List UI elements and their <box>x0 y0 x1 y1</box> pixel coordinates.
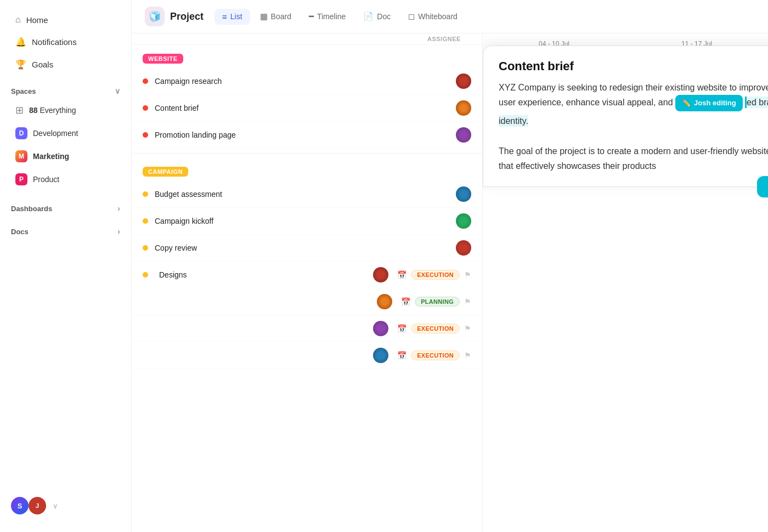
campaign-badge[interactable]: CAMPAIGN <box>143 167 188 177</box>
docs-label: Docs <box>11 228 29 236</box>
docs-overlay: Content brief XYZ Company is seeking to … <box>483 46 768 187</box>
task-row-kickoff[interactable]: Campaign kickoff <box>132 208 482 235</box>
task-row-campaign-research[interactable]: Campaign research <box>132 68 482 95</box>
sidebar-label-marketing: Marketing <box>33 152 69 161</box>
tab-list-label: List <box>230 12 242 21</box>
indicator-red-2 <box>143 105 148 111</box>
sidebar-label-product: Product <box>33 175 59 184</box>
tab-doc[interactable]: 📄 Doc <box>355 8 398 25</box>
calendar-icon: 📅 <box>397 270 406 279</box>
docs-overlay-text: XYZ Company is seeking to redesign their… <box>499 80 768 173</box>
task-name-content-brief: Content brief <box>155 104 456 112</box>
josh-editing-badge: ✏️ Josh editing <box>675 95 743 111</box>
status-badge-execution-2[interactable]: EXECUTION <box>411 324 460 333</box>
top-nav: 🧊 Project ≡ List ▦ Board ━ Timeline 📄 Do… <box>132 0 768 33</box>
docs-tooltip: Docs <box>757 176 768 197</box>
flag-icon-e2: ⚑ <box>464 324 471 333</box>
task-row-budget[interactable]: Budget assessment <box>132 181 482 208</box>
status-badge-execution-3[interactable]: EXECUTION <box>411 350 460 360</box>
tab-timeline-label: Timeline <box>317 12 346 21</box>
sidebar-item-notifications[interactable]: 🔔 Notifications <box>4 31 127 53</box>
sidebar-item-home[interactable]: ⌂ Home <box>4 9 127 30</box>
extended-row-1[interactable]: 📅 PLANNING ⚑ <box>132 288 482 315</box>
calendar-icon-e2: 📅 <box>397 324 406 333</box>
home-icon: ⌂ <box>15 15 21 25</box>
dev-badge: D <box>15 127 27 139</box>
whiteboard-icon: ◻ <box>408 12 415 21</box>
task-name-kickoff: Campaign kickoff <box>155 217 456 225</box>
docs-overlay-title: Content brief <box>499 59 768 73</box>
indicator-yellow-1 <box>143 191 148 197</box>
col-header-assignee: ASSIGNEE <box>427 36 471 42</box>
sidebar-item-everything[interactable]: ⊞ 88 Everything <box>4 99 127 121</box>
flag-icon-e1: ⚑ <box>464 297 471 306</box>
dashboards-label: Dashboards <box>11 205 52 213</box>
avatar-task-4 <box>456 186 471 202</box>
task-name-campaign-research: Campaign research <box>155 77 456 86</box>
status-badge-planning[interactable]: PLANNING <box>415 297 460 307</box>
task-row-copy[interactable]: Copy review <box>132 235 482 262</box>
gantt-panel: 04 - 10 Jul 11 - 17 Jul 6 7 8 9 10 11 12… <box>483 33 768 532</box>
tab-whiteboard-label: Whiteboard <box>418 12 458 21</box>
spaces-label: Spaces <box>11 87 36 95</box>
tab-board[interactable]: ▦ Board <box>252 8 299 25</box>
indicator-yellow-2 <box>143 218 148 224</box>
task-name-budget: Budget assessment <box>155 190 456 199</box>
sidebar: ⌂ Home 🔔 Notifications 🏆 Goals Spaces ∨ … <box>0 0 132 532</box>
avatar-task-3 <box>456 127 471 143</box>
indicator-yellow-4 <box>143 272 148 278</box>
sidebar-item-marketing[interactable]: M Marketing <box>4 145 127 167</box>
status-badge-execution-1[interactable]: EXECUTION <box>411 270 460 280</box>
avatar-task-7 <box>373 267 388 282</box>
pencil-icon: ✏️ <box>682 97 691 109</box>
sidebar-item-development[interactable]: D Development <box>4 122 127 144</box>
sidebar-item-product[interactable]: P Product <box>4 168 127 190</box>
avatar-ext-2 <box>373 321 388 336</box>
grid-icon: ⊞ <box>15 104 24 116</box>
task-row-content-brief[interactable]: Content brief <box>132 95 482 122</box>
task-row-designs[interactable]: Designs 📅 EXECUTION ⚑ <box>132 262 482 288</box>
avatar-j[interactable]: J <box>29 497 46 514</box>
indicator-red-3 <box>143 132 148 138</box>
docs-text-after: The goal of the project is to create a m… <box>499 146 768 171</box>
avatar-chevron: ∨ <box>53 502 58 510</box>
board-icon: ▦ <box>260 12 268 21</box>
main-content: 🧊 Project ≡ List ▦ Board ━ Timeline 📄 Do… <box>132 0 768 532</box>
doc-icon: 📄 <box>363 12 374 21</box>
avatar-ext-3 <box>373 348 388 363</box>
tab-whiteboard[interactable]: ◻ Whiteboard <box>400 8 465 25</box>
chevron-down-icon[interactable]: ∨ <box>115 87 120 95</box>
task-panel: ASSIGNEE WEBSITE Campaign research Conte… <box>132 33 483 532</box>
marketing-badge: M <box>15 150 27 162</box>
tab-list[interactable]: ≡ List <box>214 9 250 25</box>
product-badge: P <box>15 173 27 185</box>
project-icon: 🧊 <box>145 7 165 26</box>
sidebar-footer: S J ∨ <box>0 488 131 523</box>
dashboards-section[interactable]: Dashboards › <box>0 197 131 216</box>
sidebar-label-goals: Goals <box>32 60 53 69</box>
bell-icon: 🔔 <box>15 37 26 47</box>
extended-row-2[interactable]: 📅 EXECUTION ⚑ <box>132 315 482 342</box>
josh-editing-label: Josh editing <box>694 97 736 109</box>
indicator-yellow-3 <box>143 245 148 251</box>
chevron-right-icon-docs: › <box>117 227 120 236</box>
flag-icon-e3: ⚑ <box>464 351 471 360</box>
avatar-task-1 <box>456 73 471 89</box>
avatar-ext-1 <box>377 294 392 309</box>
sidebar-item-goals[interactable]: 🏆 Goals <box>4 54 127 75</box>
timeline-icon: ━ <box>309 12 314 21</box>
flag-icon: ⚑ <box>464 270 471 279</box>
calendar-icon-e1: 📅 <box>401 297 410 306</box>
trophy-icon: 🏆 <box>15 59 26 70</box>
avatar-s[interactable]: S <box>11 497 29 514</box>
task-row-promotion[interactable]: Promotion landing page <box>132 122 482 149</box>
column-headers: ASSIGNEE <box>132 33 482 45</box>
tab-board-label: Board <box>271 12 291 21</box>
docs-section[interactable]: Docs › <box>0 220 131 239</box>
sidebar-label-development: Development <box>33 129 78 138</box>
task-name-copy: Copy review <box>155 244 456 252</box>
website-badge[interactable]: WEBSITE <box>143 54 183 64</box>
extended-row-3[interactable]: 📅 EXECUTION ⚑ <box>132 342 482 369</box>
avatar-task-5 <box>456 213 471 229</box>
tab-timeline[interactable]: ━ Timeline <box>301 8 353 25</box>
